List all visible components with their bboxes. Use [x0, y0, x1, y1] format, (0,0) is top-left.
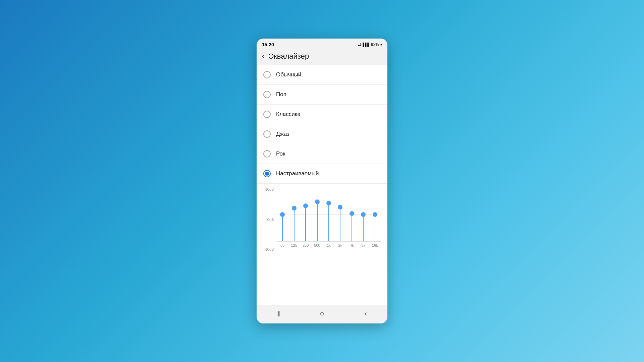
eq-band-1k[interactable] — [323, 188, 334, 241]
nav-back-button[interactable]: ‹ — [356, 307, 376, 320]
radio-list: ОбычныйПопКлассикаДжазРокНастраиваемый — [257, 65, 387, 184]
eq-dot-500[interactable] — [315, 199, 320, 204]
menu-icon: ||| — [276, 311, 280, 317]
eq-band-8k[interactable] — [358, 188, 369, 241]
eq-dot-125[interactable] — [292, 206, 297, 210]
phone-container: 15:20 ⇄ ▌▌▌ 92% ▪ ‹ Эквалайзер ОбычныйПо… — [257, 39, 387, 323]
eq-bar-line-63 — [282, 215, 283, 241]
eq-dot-16k[interactable] — [373, 212, 377, 217]
eq-x-labels: 631252505001k2k4k8k16k — [277, 243, 381, 247]
sync-icon: ⇄ — [358, 42, 362, 47]
eq-dot-8k[interactable] — [361, 212, 366, 217]
radio-label-classic: Классика — [276, 111, 301, 118]
eq-bar-line-8k — [363, 215, 364, 241]
eq-xlabel-250: 250 — [300, 243, 311, 247]
radio-circle-jazz — [263, 130, 271, 138]
eq-label-top: 10dB — [264, 188, 274, 191]
eq-xlabel-500: 500 — [311, 243, 323, 247]
eq-dot-2k[interactable] — [338, 205, 342, 209]
radio-item-rock[interactable]: Рок — [257, 144, 387, 164]
nav-menu-button[interactable]: ||| — [268, 307, 288, 320]
radio-circle-rock — [263, 150, 271, 158]
eq-dot-1k[interactable] — [326, 201, 331, 205]
radio-label-pop: Поп — [276, 91, 286, 98]
eq-y-labels: 10dB 0dB -10dB — [264, 188, 274, 251]
content-area: ОбычныйПопКлассикаДжазРокНастраиваемый 1… — [257, 65, 387, 305]
back-icon: ‹ — [364, 309, 367, 318]
page-title: Эквалайзер — [268, 52, 309, 61]
eq-band-4k[interactable] — [346, 188, 358, 241]
eq-band-500[interactable] — [311, 188, 323, 241]
eq-band-63[interactable] — [277, 188, 288, 241]
eq-bar-line-2k — [340, 207, 340, 241]
eq-bar-line-250 — [305, 206, 306, 241]
status-icons: ⇄ ▌▌▌ 92% ▪ — [358, 42, 382, 47]
home-icon: ○ — [320, 309, 324, 318]
grid-line-bot — [277, 241, 381, 242]
eq-xlabel-125: 125 — [288, 243, 300, 247]
battery-icon: ▪ — [380, 42, 382, 47]
radio-label-custom: Настраиваемый — [276, 170, 319, 177]
eq-bar-line-16k — [375, 215, 375, 241]
eq-band-125[interactable] — [288, 188, 300, 241]
nav-bar: ||| ○ ‹ — [257, 305, 387, 323]
radio-label-normal: Обычный — [276, 71, 301, 78]
radio-item-classic[interactable]: Классика — [257, 105, 387, 124]
app-header: ‹ Эквалайзер — [257, 49, 387, 65]
eq-bar-line-1k — [328, 203, 329, 241]
status-bar: 15:20 ⇄ ▌▌▌ 92% ▪ — [257, 39, 387, 49]
eq-bar-line-125 — [294, 208, 294, 241]
radio-item-jazz[interactable]: Джаз — [257, 124, 387, 144]
nav-home-button[interactable]: ○ — [312, 307, 332, 320]
eq-xlabel-63: 63 — [277, 243, 288, 247]
eq-grid — [277, 188, 381, 241]
eq-band-250[interactable] — [300, 188, 311, 241]
eq-label-bot: -10dB — [264, 248, 274, 251]
radio-circle-classic — [263, 111, 271, 118]
eq-dot-250[interactable] — [303, 203, 308, 208]
eq-xlabel-1k: 1k — [323, 243, 334, 247]
eq-chart-container: 10dB 0dB -10dB 631252505001k2k4k8k16k — [257, 184, 387, 257]
radio-item-custom[interactable]: Настраиваемый — [257, 164, 387, 184]
radio-label-rock: Рок — [276, 150, 285, 157]
status-time: 15:20 — [262, 42, 274, 47]
radio-item-pop[interactable]: Поп — [257, 85, 387, 105]
back-button[interactable]: ‹ — [262, 53, 264, 60]
radio-circle-pop — [263, 91, 271, 98]
radio-label-jazz: Джаз — [276, 131, 289, 137]
eq-xlabel-16k: 16k — [369, 243, 381, 247]
battery-percent: 92% — [371, 42, 379, 47]
eq-bars-row — [277, 188, 381, 241]
eq-xlabel-8k: 8k — [358, 243, 369, 247]
eq-bar-line-500 — [317, 202, 318, 241]
eq-band-16k[interactable] — [369, 188, 381, 241]
eq-chart: 10dB 0dB -10dB 631252505001k2k4k8k16k — [277, 188, 381, 251]
eq-band-2k[interactable] — [334, 188, 346, 241]
radio-item-normal[interactable]: Обычный — [257, 65, 387, 85]
radio-circle-normal — [263, 71, 271, 78]
eq-bar-line-4k — [352, 214, 352, 241]
eq-xlabel-4k: 4k — [346, 243, 358, 247]
radio-circle-custom — [263, 170, 271, 177]
eq-dot-4k[interactable] — [350, 211, 354, 216]
eq-dot-63[interactable] — [280, 212, 285, 217]
signal-icon: ▌▌▌ — [363, 43, 370, 47]
eq-label-mid: 0dB — [264, 218, 274, 222]
eq-xlabel-2k: 2k — [334, 243, 346, 247]
